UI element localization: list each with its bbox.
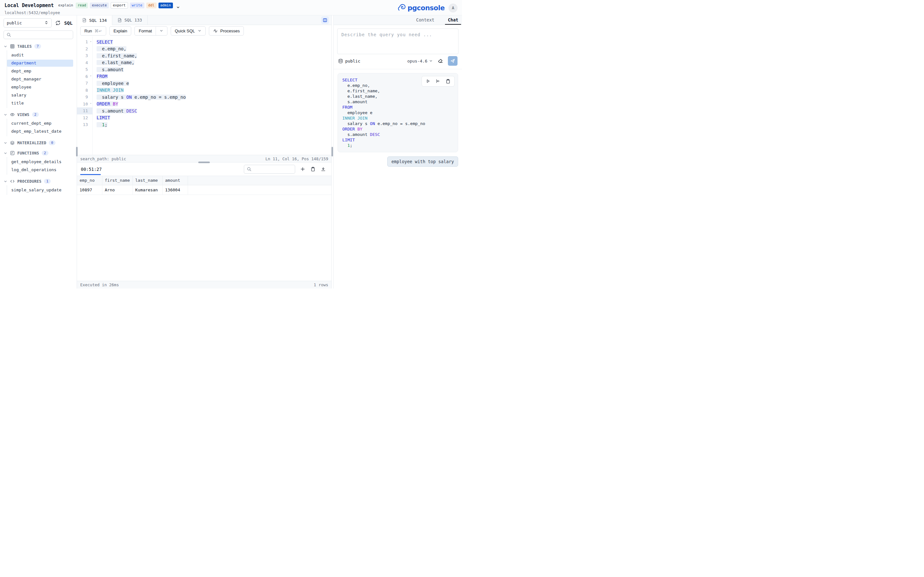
column-header-emp_no[interactable]: emp_no [77,176,102,185]
sidebar-search[interactable] [3,31,73,39]
tree-section-header[interactable]: FUNCTIONS2 [3,149,73,157]
assistant-tab-context[interactable]: Context [413,15,437,25]
editor-line[interactable]: 12LIMIT [77,114,331,121]
run-button[interactable]: Run ⌘↵ [80,26,106,35]
sql-token: salary s [97,95,126,100]
tree-item-audit[interactable]: audit [7,52,73,59]
sql-mode-label[interactable]: SQL [64,21,73,26]
function-icon [10,151,15,155]
insert-to-editor-icon[interactable] [436,79,440,84]
refresh-icon[interactable] [55,20,61,26]
table-cell[interactable]: Arno [102,185,132,195]
tree-section-header[interactable]: MATERIALIZED0 [3,139,73,147]
line-number: 2 [77,45,93,53]
results-footer: Executed in 26ms 1 rows [77,281,331,288]
chevron-down-icon[interactable] [3,45,7,48]
table-cell[interactable]: Kumaresan [132,185,162,195]
results-resize-handle[interactable] [198,161,210,163]
editor-line[interactable]: 11 s.amount DESC [77,107,331,114]
section-label: PROCEDURES [17,179,41,184]
assistant-code-line: s.amount DESC [342,132,453,137]
model-select[interactable]: opus-4.6 [407,59,433,63]
tree-item-employee[interactable]: employee [7,84,73,91]
sql-editor[interactable]: 1▾SELECT2 e.emp_no,3 e.first_name,4 e.la… [77,37,331,155]
sql-token [355,127,357,131]
chevron-down-icon[interactable] [3,179,7,183]
tree-item-dept_manager[interactable]: dept_manager [7,76,73,83]
fold-marker-icon[interactable]: ▾ [90,39,91,45]
tree-section-header[interactable]: TABLES7 [3,43,73,50]
chevron-down-icon[interactable] [176,5,180,11]
tree-section-header[interactable]: VIEWS2 [3,111,73,118]
model-name: opus-4.6 [407,59,427,63]
tree-item-salary[interactable]: salary [7,92,73,99]
tree-item-dept_emp[interactable]: dept_emp [7,68,73,75]
sidebar-search-input[interactable] [13,32,70,37]
tree-item-department[interactable]: department [7,60,73,67]
table-cell[interactable]: 10897 [77,185,102,195]
chevron-down-icon [429,59,433,63]
format-label: Format [139,29,152,33]
run-query-icon[interactable] [426,79,430,84]
tree-item-simple_salary_update[interactable]: simple_salary_update [7,187,73,193]
quick-sql-button[interactable]: Quick SQL [171,26,206,35]
add-icon[interactable] [300,167,305,171]
editor-line[interactable]: 9 salary s ON e.emp_no = s.emp_no [77,93,331,101]
chevron-down-icon[interactable] [3,151,7,155]
tree-item-title[interactable]: title [7,100,73,107]
sql-token: e.last_name, [97,60,134,65]
chevron-down-icon[interactable] [3,113,7,117]
explain-button[interactable]: Explain [110,26,132,35]
fold-marker-icon[interactable]: ▾ [90,73,91,80]
tree-item-current_dept_emp[interactable]: current_dept_emp [7,120,73,127]
clear-chat-button[interactable] [438,58,443,64]
sql-token: e.first_name, [97,53,137,58]
editor-line[interactable]: 6▾FROM [77,73,331,80]
editor-line[interactable]: 13 1; [77,121,331,128]
clipboard-icon[interactable] [310,167,315,171]
chat-input[interactable] [337,29,459,54]
tree-item-get_employee_details[interactable]: get_employee_details [7,158,73,165]
table-row[interactable]: 10897ArnoKumaresan136004 [77,185,331,195]
format-button[interactable]: Format [134,26,167,35]
copy-icon[interactable] [446,79,451,84]
table-cell[interactable]: 136004 [162,185,188,195]
column-header-last_name[interactable]: last_name [132,176,162,185]
chevron-down-icon[interactable] [3,141,7,145]
chevron-down-icon[interactable] [160,29,163,33]
avatar[interactable]: A [449,3,457,13]
select-updown-icon [44,21,48,26]
sidebar-resize-handle[interactable] [76,147,78,156]
editor-line[interactable]: 1▾SELECT [77,39,331,45]
panel-resize-handle[interactable] [331,147,333,156]
editor-line[interactable]: 10▾ORDER BY [77,101,331,108]
file-code-icon [82,18,87,23]
column-header-amount[interactable]: amount [162,176,188,185]
split-view-button[interactable] [321,16,329,24]
editor-line[interactable]: 3 e.first_name, [77,52,331,59]
context-schema-chip[interactable]: public [338,59,360,63]
download-icon[interactable] [321,167,326,171]
tree-item-dept_emp_latest_date[interactable]: dept_emp_latest_date [7,128,73,135]
schema-select[interactable]: public [3,18,52,27]
chevron-down-icon [198,29,202,33]
quick-sql-label: Quick SQL [175,29,195,33]
results-search-input[interactable] [254,167,292,171]
send-button[interactable] [448,56,457,66]
tree-section-header[interactable]: PROCEDURES1 [3,177,73,185]
assistant-tab-chat[interactable]: Chat [445,15,461,25]
editor-line[interactable]: 5 s.amount [77,66,331,73]
processes-button[interactable]: Processes [209,26,244,35]
editor-line[interactable]: 7 employee e [77,80,331,87]
fold-marker-icon[interactable]: ▾ [90,101,91,108]
editor-tab-sql-133[interactable]: SQL 133 [112,15,148,25]
column-header-first_name[interactable]: first_name [102,176,132,185]
results-search[interactable] [244,165,295,174]
editor-line[interactable]: 8INNER JOIN [77,87,331,94]
run-label: Run [84,29,92,33]
sql-token: e.first_name, [342,89,380,93]
editor-line[interactable]: 2 e.emp_no, [77,45,331,53]
editor-tab-sql-134[interactable]: SQL 134 [77,15,112,25]
tree-item-log_dml_operations[interactable]: log_dml_operations [7,166,73,173]
editor-line[interactable]: 4 e.last_name, [77,59,331,66]
